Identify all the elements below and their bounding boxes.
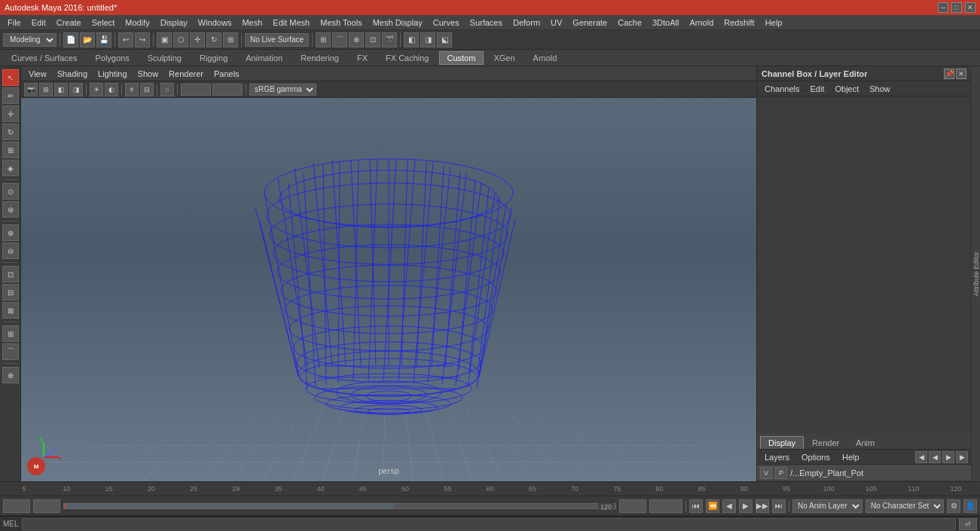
snap-point-btn[interactable]: ⊕	[349, 32, 364, 47]
layers-menu[interactable]: Layers	[760, 452, 794, 462]
menu-mesh[interactable]: Mesh	[237, 17, 267, 28]
menu-mesh-tools[interactable]: Mesh Tools	[316, 17, 366, 28]
menu-curves[interactable]: Curves	[429, 17, 464, 28]
vp-select-type-btn[interactable]: ○	[160, 83, 174, 96]
tab-curves-surfaces[interactable]: Curves / Surfaces	[3, 51, 85, 65]
current-frame-input[interactable]: 1	[3, 499, 30, 513]
live-surface-btn[interactable]: No Live Surface	[245, 33, 309, 47]
range-end-input[interactable]: 120	[619, 499, 646, 513]
vp-menu-view[interactable]: View	[24, 69, 51, 79]
vp-menu-panels[interactable]: Panels	[209, 69, 244, 79]
snap-grid-btn[interactable]: ⊞	[316, 32, 331, 47]
soft-mod-btn[interactable]: ⊙	[2, 183, 19, 200]
layer-vis-btn[interactable]: V	[760, 467, 772, 479]
move-btn[interactable]: ✛	[190, 32, 205, 47]
display-layer-btn[interactable]: ◧	[404, 32, 419, 47]
tab-fx[interactable]: FX	[349, 51, 376, 65]
render-btn[interactable]: 🎬	[382, 32, 397, 47]
vp-far-clip-input[interactable]: 1.00	[212, 84, 243, 96]
select-tool-btn[interactable]: ↖	[2, 69, 19, 86]
menu-cache[interactable]: Cache	[613, 17, 646, 28]
camera-tools-btn[interactable]: ⊡	[2, 266, 19, 282]
snap-curve-btn[interactable]: ⌒	[332, 32, 347, 47]
menu-mesh-display[interactable]: Mesh Display	[368, 17, 427, 28]
anim-layer-btn[interactable]: ◨	[420, 32, 435, 47]
vp-cam-btn[interactable]: 📷	[24, 83, 38, 96]
rotate-btn[interactable]: ↻	[206, 32, 221, 47]
vp-menu-renderer[interactable]: Renderer	[164, 69, 208, 79]
menu-file[interactable]: File	[3, 17, 26, 28]
misc-btn[interactable]: ⊕	[2, 367, 19, 383]
open-file-btn[interactable]: 📂	[80, 32, 95, 47]
universal-tool-btn[interactable]: ◈	[2, 160, 19, 176]
vp-color-space-dropdown[interactable]: sRGB gamma	[249, 84, 316, 96]
goto-start-btn[interactable]: ⏮	[689, 499, 703, 513]
vp-light-btn[interactable]: ☀	[90, 83, 103, 96]
layout-btn[interactable]: ⊟	[2, 284, 19, 301]
maximize-button[interactable]: □	[951, 2, 962, 13]
layer-play-btn[interactable]: P	[775, 467, 787, 479]
new-file-btn[interactable]: 📄	[63, 32, 78, 47]
select-btn[interactable]: ▣	[157, 32, 172, 47]
layer-next-btn[interactable]: ▶	[942, 451, 954, 463]
menu-surfaces[interactable]: Surfaces	[466, 17, 507, 28]
vp-wireframe-btn[interactable]: ⊞	[39, 83, 53, 96]
tab-sculpting[interactable]: Sculpting	[139, 51, 190, 65]
show-manip-btn[interactable]: ⊕	[2, 224, 19, 241]
menu-3dtoall[interactable]: 3DtoAll	[648, 17, 683, 28]
menu-select[interactable]: Select	[87, 17, 120, 28]
menu-arnold[interactable]: Arnold	[685, 17, 718, 28]
goto-end-btn[interactable]: ⏭	[772, 499, 786, 513]
channels-menu[interactable]: Channels	[760, 84, 804, 94]
vp-menu-shading[interactable]: Shading	[53, 69, 92, 79]
layer-prev-btn[interactable]: ◀	[929, 451, 941, 463]
curve-btn[interactable]: ⌒	[2, 343, 19, 360]
vp-near-clip-input[interactable]: 0.00	[181, 84, 211, 96]
menu-generate[interactable]: Generate	[568, 17, 612, 28]
tab-arnold[interactable]: Arnold	[525, 51, 566, 65]
measure-btn[interactable]: ⊞	[2, 325, 19, 342]
menu-windows[interactable]: Windows	[194, 17, 237, 28]
close-button[interactable]: ✕	[965, 2, 975, 13]
menu-deform[interactable]: Deform	[508, 17, 545, 28]
max-end-input[interactable]: 2050	[649, 499, 682, 513]
play-btn[interactable]: ▶	[739, 499, 753, 513]
vp-menu-lighting[interactable]: Lighting	[93, 69, 132, 79]
move-tool-btn[interactable]: ✛	[2, 105, 19, 122]
tab-fx-caching[interactable]: FX Caching	[377, 51, 437, 65]
tab-rendering[interactable]: Rendering	[292, 51, 347, 65]
step-back-btn[interactable]: ⏪	[706, 499, 719, 513]
vp-menu-show[interactable]: Show	[133, 69, 163, 79]
cmd-input[interactable]	[22, 518, 956, 530]
workspace-dropdown[interactable]: Modeling	[3, 33, 56, 47]
lasso-btn[interactable]: ⬡	[173, 32, 188, 47]
show-menu[interactable]: Show	[865, 84, 895, 94]
scale-tool-btn[interactable]: ⊞	[2, 142, 19, 158]
menu-modify[interactable]: Modify	[121, 17, 154, 28]
options-menu[interactable]: Options	[797, 452, 835, 462]
tab-xgen[interactable]: XGen	[485, 51, 523, 65]
cmd-submit-btn[interactable]: ⏎	[959, 518, 977, 530]
snap-view-btn[interactable]: ⊡	[365, 32, 380, 47]
minimize-button[interactable]: ─	[938, 2, 948, 13]
timeline-scrubber[interactable]: 120	[63, 503, 616, 509]
menu-uv[interactable]: UV	[546, 17, 566, 28]
pb-settings-btn[interactable]: ⚙	[947, 499, 960, 513]
render-layer-btn[interactable]: ⬕	[437, 32, 452, 47]
display-tab[interactable]: Display	[760, 436, 804, 449]
undo-btn[interactable]: ↩	[118, 32, 133, 47]
edit-menu[interactable]: Edit	[805, 84, 829, 94]
prev-frame-btn[interactable]: ◀	[722, 499, 736, 513]
vp-resolution-btn[interactable]: ⊟	[140, 83, 154, 96]
menu-edit[interactable]: Edit	[27, 17, 50, 28]
anim-tab[interactable]: Anim	[847, 436, 883, 449]
anim-layer-dropdown[interactable]: No Anim Layer	[792, 499, 862, 513]
help-menu[interactable]: Help	[838, 452, 864, 462]
tab-polygons[interactable]: Polygons	[87, 51, 137, 65]
scale-btn[interactable]: ⊞	[223, 32, 238, 47]
menu-edit-mesh[interactable]: Edit Mesh	[268, 17, 314, 28]
sculpt-btn[interactable]: ⊛	[2, 201, 19, 218]
tab-custom[interactable]: Custom	[439, 51, 484, 65]
menu-display[interactable]: Display	[156, 17, 192, 28]
menu-help[interactable]: Help	[761, 17, 787, 28]
